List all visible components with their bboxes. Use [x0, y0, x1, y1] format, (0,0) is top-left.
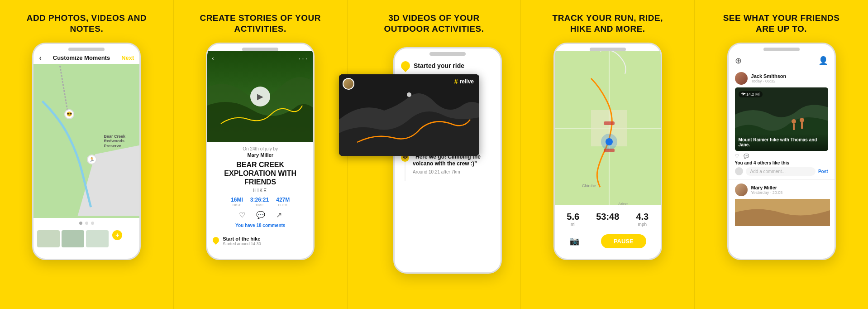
svg-rect-11 [604, 149, 615, 152]
section-3d-videos: 3D VIDEOS OF YOUR OUTDOOR ACTIVITIES. [348, 0, 521, 309]
story-card: On 24th of july by Mary Miller BEAR CREE… [207, 142, 313, 233]
section5-title: SEE WHAT YOUR FRIENDS ARE UP TO. [718, 13, 845, 34]
stat-time: 3:26:21 TIME [250, 197, 269, 207]
stat-elev: 427M ELEV. [276, 197, 290, 207]
svg-rect-10 [604, 121, 615, 125]
map-pin-1: 😎 [64, 109, 74, 119]
feed-avatar-2 [735, 183, 748, 196]
plus-circle-icon[interactable]: ⊕ [735, 56, 742, 66]
post-button[interactable]: Post [818, 169, 828, 174]
svg-point-13 [792, 119, 796, 124]
more-dots[interactable]: ··· [299, 55, 309, 63]
svg-rect-16 [801, 122, 803, 129]
map-pin-2: 🏃 [87, 154, 97, 164]
phone-5: ⊕ 👤 Jack Smithson Today · 06:32 [727, 43, 836, 260]
person-icon[interactable]: 👤 [818, 56, 828, 66]
share-icon[interactable]: ↗ [276, 211, 282, 219]
svg-point-15 [800, 118, 804, 122]
video-location-pin [407, 92, 411, 97]
map-label: Bear Creek Redwoods Preserve [104, 134, 139, 149]
story-stats: 16MI DIST. 3:26:21 TIME 427M ELEV. [215, 197, 306, 207]
back-arrow-2[interactable]: ‹ [212, 55, 214, 62]
relive-text: relive [460, 78, 474, 85]
section1-title: ADD PHOTOS, VIDEOS AND NOTES. [23, 13, 150, 34]
stat-time-label: TIME [250, 203, 269, 207]
comment-icon[interactable]: 💬 [256, 211, 265, 219]
stat-time: 53:48 [596, 212, 619, 227]
play-button[interactable]: ▶ [250, 87, 270, 106]
section2-title: CREATE STORIES OF YOUR ACTIVITIES. [197, 13, 324, 34]
phone-1: ‹ Customize Moments Next Bear Creek Redw… [32, 43, 141, 260]
main-container: ADD PHOTOS, VIDEOS AND NOTES. ‹ Customiz… [0, 0, 868, 309]
feed-user-1: Jack Smithson Today · 06:32 [735, 72, 828, 85]
ride-time: Around 10:21 after 7km [413, 169, 494, 174]
feed-time-2: Yesterday · 20:05 [751, 190, 783, 195]
heart-feed-icon[interactable]: ♡ [735, 154, 739, 159]
add-photo-button[interactable]: + [112, 230, 122, 240]
feed-avatar-1 [735, 72, 748, 85]
feed-caption-1: Mount Rainier hike with Thomas and Jane. [735, 134, 828, 151]
feed-name-1: Jack Smithson [751, 73, 787, 79]
camera-icon[interactable]: 📷 [569, 236, 579, 246]
thumb-3 [86, 230, 109, 247]
ride-header: Started your ride [395, 56, 501, 73]
phone4-stats: 5.6 mi 53:48 4.3 mph [555, 205, 661, 231]
next-button[interactable]: Next [121, 54, 134, 61]
stat-dist-val: 16MI [231, 197, 243, 203]
ride-pin [399, 59, 412, 72]
feed-likes-1: You and 4 others like this [735, 160, 828, 165]
section-photos: ADD PHOTOS, VIDEOS AND NOTES. ‹ Customiz… [0, 0, 173, 309]
feed-item-1: Jack Smithson Today · 06:32 [729, 68, 835, 180]
phone1-header: ‹ Customize Moments Next [33, 51, 139, 64]
svg-rect-14 [793, 124, 795, 130]
phone4-map: Chirche Aripe [555, 51, 661, 205]
section3-title: 3D VIDEOS OF YOUR OUTDOOR ACTIVITIES. [371, 13, 497, 34]
comments-count[interactable]: 18 comments [256, 223, 285, 228]
feed-name-2: Mary Miller [751, 185, 783, 190]
stat-mph: 4.3 mph [636, 212, 649, 227]
feed-image-1: 🗺 14.2 Mi Mount Rainier hike with Thomas… [735, 87, 828, 151]
distance-icon: 🗺 [741, 92, 745, 97]
feed-time-1: Today · 06:32 [751, 79, 787, 83]
video-svg [339, 74, 479, 156]
stat-dist-label: DIST. [231, 203, 243, 207]
hash-icon: # [454, 78, 458, 85]
phone5-notch [763, 48, 800, 51]
comment-avatar [735, 167, 743, 175]
comment-input[interactable]: Add a comment... [746, 167, 816, 176]
track-map-svg: Chirche Aripe [555, 51, 661, 205]
stat-time-val: 53:48 [596, 212, 619, 222]
thumb-1 [37, 230, 60, 247]
hike-start-info: Start of the hike Started around 14:30 [223, 236, 261, 246]
video-avatar [343, 78, 354, 90]
stat-elev-label: ELEV. [276, 203, 290, 207]
phone3-notch [429, 52, 466, 56]
phone-4: Chirche Aripe 5.6 mi 53:48 [553, 43, 662, 260]
feed-user-2: Mary Miller Yesterday · 20:05 [735, 183, 828, 196]
pause-button[interactable]: PAUSE [601, 234, 646, 248]
stat-time-val: 3:26:21 [250, 197, 269, 203]
story-title: BEAR CREEK EXPLORATION WITH FRIENDS [215, 160, 306, 187]
thumb-2 [62, 230, 84, 247]
phone4-notch [590, 48, 626, 51]
hike-start: Start of the hike Started around 14:30 [207, 232, 313, 250]
ride-title: Started your ride [414, 62, 464, 69]
heart-icon[interactable]: ♡ [239, 211, 245, 219]
feed-user-info-2: Mary Miller Yesterday · 20:05 [751, 185, 783, 195]
stat-mi-unit: mi [567, 222, 579, 227]
stat-elev-val: 427M [276, 197, 290, 203]
feed-actions-1: ♡ 💬 [735, 154, 828, 159]
stat-dist: 16MI DIST. [231, 197, 243, 207]
back-icon[interactable]: ‹ [39, 54, 41, 62]
phone4-bottom: 📷 PAUSE [555, 231, 661, 252]
feed-image-2 [735, 199, 828, 226]
hike-pin [211, 236, 220, 245]
relive-badge: # relive [454, 78, 474, 85]
map-area-1: Bear Creek Redwoods Preserve 😎 🏃 [33, 64, 139, 218]
hike-start-time: Started around 14:30 [223, 241, 261, 246]
stat-mi: 5.6 mi [567, 212, 579, 227]
section4-title: TRACK YOUR RUN, RIDE, HIKE AND MORE. [544, 13, 671, 34]
comment-feed-icon[interactable]: 💬 [744, 154, 749, 159]
story-comments: You have 18 comments [215, 223, 306, 228]
distance-value: 14.2 Mi [746, 92, 760, 97]
